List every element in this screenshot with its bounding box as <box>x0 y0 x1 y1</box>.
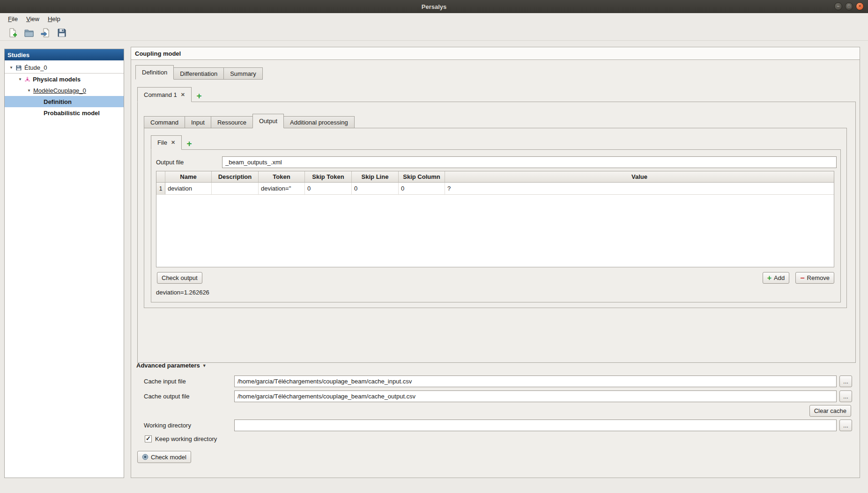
tree-item-probabilistic-model[interactable]: Probabilistic model <box>5 107 124 118</box>
table-row: 1 deviation deviation=" 0 0 0 ? <box>156 183 834 195</box>
button-label: ... <box>843 393 848 400</box>
add-command-button[interactable]: + <box>193 90 205 102</box>
persalys-window: Persalys – □ ✕ File View Help <box>0 0 868 493</box>
cell-description[interactable] <box>212 183 259 194</box>
cell-value[interactable]: ? <box>445 183 834 194</box>
tab-input[interactable]: Input <box>185 116 211 128</box>
tree-item-study[interactable]: ▼ Étude_0 <box>5 62 124 74</box>
page-title-box: Coupling model <box>131 47 860 60</box>
minimize-button[interactable]: – <box>834 2 842 10</box>
working-directory-browse-button[interactable]: ... <box>839 419 852 431</box>
studies-panel-header: Studies <box>5 49 124 60</box>
studies-panel: Studies ▼ Étude_0 ▼ <box>4 49 124 478</box>
tree-item-label: Physical models <box>33 76 81 83</box>
tab-command[interactable]: Command <box>144 116 185 128</box>
tab-label: Command <box>150 119 178 126</box>
tab-label: Input <box>191 119 205 126</box>
close-tab-icon[interactable]: ✕ <box>181 92 185 98</box>
save-study-button[interactable] <box>55 26 68 39</box>
study-icon <box>15 65 22 71</box>
cache-input-file-label: Cache input file <box>144 375 186 387</box>
menu-view[interactable]: View <box>22 14 44 24</box>
cache-output-file-label: Cache output file <box>144 390 190 402</box>
button-label: ... <box>843 378 848 385</box>
collapse-icon: ▼ <box>202 363 207 368</box>
tree-item-modele-couplage[interactable]: ▼ ModèleCouplage_0 <box>5 85 124 96</box>
tab-additional-processing[interactable]: Additional processing <box>283 116 355 128</box>
keep-working-directory-checkbox[interactable]: ✓ <box>145 435 152 442</box>
cache-output-file-input[interactable] <box>234 390 837 402</box>
check-model-button[interactable]: Check model <box>137 451 191 463</box>
working-directory-input[interactable] <box>234 419 837 431</box>
close-button[interactable]: ✕ <box>856 2 864 10</box>
plus-icon: + <box>767 274 772 282</box>
clear-cache-button[interactable]: Clear cache <box>809 405 851 417</box>
menu-help[interactable]: Help <box>44 14 65 24</box>
remove-row-button[interactable]: − Remove <box>795 272 834 284</box>
check-output-button[interactable]: Check output <box>157 272 202 284</box>
advanced-parameters-toggle[interactable]: Advanced parameters ▼ <box>136 362 207 369</box>
main-tabbar: Definition Differentiation Summary <box>135 65 262 80</box>
cache-input-browse-button[interactable]: ... <box>839 375 852 387</box>
command-tabbar: Command 1 ✕ + <box>137 87 205 102</box>
table-header-row: Name Description Token Skip Token Skip L… <box>156 171 834 183</box>
tab-file[interactable]: File ✕ <box>151 135 182 150</box>
tab-ressource[interactable]: Ressource <box>211 116 253 128</box>
tab-definition[interactable]: Definition <box>135 65 174 80</box>
cell-skip-line[interactable]: 0 <box>352 183 399 194</box>
cell-skip-token[interactable]: 0 <box>305 183 352 194</box>
open-folder-icon <box>24 28 34 38</box>
add-file-button[interactable]: + <box>183 138 195 150</box>
tab-label: Differentiation <box>180 70 217 77</box>
column-header-name: Name <box>165 171 212 182</box>
tab-command-1[interactable]: Command 1 ✕ <box>137 87 192 102</box>
button-label: Remove <box>807 274 830 281</box>
import-script-button[interactable] <box>39 26 52 39</box>
cell-token[interactable]: deviation=" <box>259 183 305 194</box>
column-header-token: Token <box>259 171 305 182</box>
maximize-button[interactable]: □ <box>845 2 853 10</box>
menu-file[interactable]: File <box>4 14 22 24</box>
tab-label: Ressource <box>217 119 246 126</box>
window-controls: – □ ✕ <box>834 2 864 10</box>
tree-item-label: Definition <box>44 98 72 105</box>
tree-item-label: Probabilistic model <box>44 110 100 117</box>
tree-item-physical-models[interactable]: ▼ Physical models <box>5 74 124 85</box>
button-label: Clear cache <box>814 407 846 414</box>
expander-icon[interactable]: ▼ <box>9 66 15 70</box>
cell-name[interactable]: deviation <box>165 183 212 194</box>
check-output-result: deviation=1.262626 <box>156 289 209 296</box>
expander-icon[interactable]: ▼ <box>27 88 33 93</box>
expander-icon[interactable]: ▼ <box>18 77 24 81</box>
tab-summary[interactable]: Summary <box>223 67 263 80</box>
table-corner <box>156 171 165 182</box>
tab-label: Output <box>259 118 277 125</box>
open-study-button[interactable] <box>22 26 35 39</box>
window-title: Persalys <box>422 3 447 10</box>
tree-item-label: Étude_0 <box>24 64 47 71</box>
tree-item-label: ModèleCouplage_0 <box>33 87 86 94</box>
tab-label: File <box>157 139 167 146</box>
output-file-input[interactable] <box>222 156 837 168</box>
title-bar: Persalys – □ ✕ <box>0 0 868 13</box>
button-label: Check model <box>151 454 186 461</box>
tab-differentiation[interactable]: Differentiation <box>173 67 224 80</box>
cache-output-browse-button[interactable]: ... <box>839 390 852 402</box>
check-model-icon <box>142 454 148 460</box>
tree-item-definition[interactable]: Definition <box>5 96 124 107</box>
cache-input-file-input[interactable] <box>234 375 837 387</box>
tab-output[interactable]: Output <box>252 114 284 128</box>
output-file-label: Output file <box>156 156 184 168</box>
close-tab-icon[interactable]: ✕ <box>171 140 175 146</box>
row-number: 1 <box>156 183 165 194</box>
save-icon <box>57 28 67 38</box>
menu-bar: File View Help <box>0 13 868 25</box>
table-actions: + Add − Remove <box>735 272 834 284</box>
add-row-button[interactable]: + Add <box>763 272 789 284</box>
new-study-button[interactable] <box>6 26 19 39</box>
toolbar <box>0 25 868 41</box>
minus-icon: − <box>800 274 804 282</box>
new-document-icon <box>7 28 18 38</box>
column-header-skip-column: Skip Column <box>399 171 445 182</box>
cell-skip-column[interactable]: 0 <box>399 183 445 194</box>
